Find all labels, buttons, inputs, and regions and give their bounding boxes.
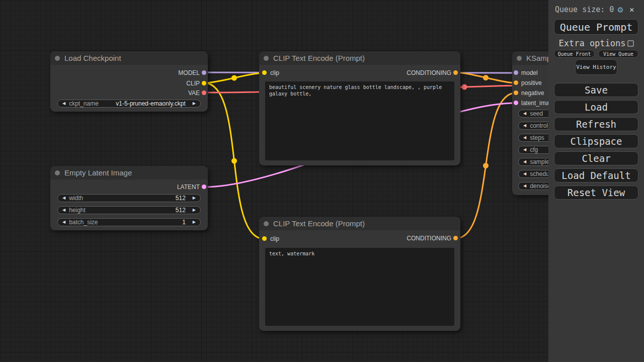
input-dot-negative[interactable]: [514, 90, 518, 95]
queue-size-label: Queue size: 0: [555, 5, 614, 14]
node-clip-text-encode-positive[interactable]: CLIP Text Encode (Prompt) clip CONDITION…: [259, 51, 460, 165]
widget-value: 1: [182, 219, 186, 226]
node-title-bar[interactable]: Load Checkpoint: [50, 51, 208, 65]
widget-label: height: [69, 207, 176, 214]
output-label-clip: CLIP: [186, 80, 200, 87]
arrow-left-icon[interactable]: ◀: [62, 219, 65, 226]
arrow-left-icon[interactable]: ◀: [62, 207, 65, 214]
output-dot-conditioning[interactable]: [453, 70, 458, 75]
extra-options-label: Extra options: [558, 38, 625, 48]
node-title: Empty Latent Image: [64, 168, 132, 177]
arrow-left-icon[interactable]: ◀: [523, 110, 526, 117]
output-dot-conditioning[interactable]: [453, 236, 458, 240]
widget-value: v1-5-pruned-emaonly.ckpt: [116, 100, 186, 107]
node-empty-latent-image[interactable]: Empty Latent Image LATENT ◀ width 512 ▶ …: [50, 166, 208, 230]
node-title: CLIP Text Encode (Prompt): [273, 54, 365, 62]
widget-value: 512: [176, 195, 186, 202]
clip-to-negative-link-midpoint-dot: [231, 158, 237, 164]
input-dot-clip[interactable]: [262, 70, 267, 75]
input-label-model: model: [521, 69, 538, 76]
arrow-right-icon[interactable]: ▶: [193, 207, 196, 214]
ckpt-name-widget[interactable]: ◀ ckpt_name v1-5-pruned-emaonly.ckpt ▶: [57, 100, 201, 108]
arrow-right-icon[interactable]: ▶: [193, 219, 196, 226]
widget-value: 512: [176, 207, 186, 214]
output-dot-latent[interactable]: [202, 185, 206, 189]
widget-label: ckpt_name: [69, 100, 116, 107]
clipspace-button[interactable]: Clipspace: [554, 134, 638, 148]
output-label-conditioning: CONDITIONING: [407, 235, 451, 242]
node-graph-canvas[interactable]: Load Checkpoint MODEL CLIP VAE ◀ ckpt_na…: [0, 0, 644, 362]
positive-conditioning-link-midpoint-dot: [483, 75, 489, 80]
arrow-left-icon[interactable]: ◀: [523, 183, 526, 190]
arrow-left-icon[interactable]: ◀: [523, 134, 526, 141]
prompt-textarea[interactable]: text, watermark: [265, 248, 454, 326]
node-title: Load Checkpoint: [64, 54, 121, 62]
close-icon[interactable]: ✕: [629, 5, 634, 14]
arrow-right-icon[interactable]: ▶: [193, 100, 196, 107]
input-label-negative: negative: [521, 89, 544, 97]
batch-size-widget[interactable]: ◀ batch_size 1 ▶: [57, 218, 201, 226]
height-widget[interactable]: ◀ height 512 ▶: [57, 206, 201, 214]
node-clip-text-encode-negative[interactable]: CLIP Text Encode (Prompt) clip CONDITION…: [259, 217, 460, 331]
width-widget[interactable]: ◀ width 512 ▶: [57, 194, 201, 202]
output-label-latent: LATENT: [177, 184, 200, 191]
extra-options-row: Extra options: [548, 38, 644, 48]
input-dot-positive[interactable]: [514, 80, 518, 85]
collapse-dot[interactable]: [517, 56, 522, 61]
arrow-left-icon[interactable]: ◀: [523, 122, 526, 129]
view-queue-button[interactable]: View Queue: [598, 50, 638, 58]
queue-front-button[interactable]: Queue Front: [554, 50, 595, 58]
input-dot-latent-image[interactable]: [514, 101, 518, 105]
arrow-left-icon[interactable]: ◀: [62, 100, 65, 107]
output-label-vae: VAE: [188, 89, 200, 97]
output-label-model: MODEL: [178, 69, 200, 76]
comfy-menu: Queue size: 0 ⚙ ✕ Queue Prompt Extra opt…: [548, 0, 644, 362]
extra-options-checkbox[interactable]: [627, 40, 634, 47]
output-dot-model[interactable]: [202, 70, 206, 75]
clip-to-positive-link-midpoint-dot: [231, 75, 237, 81]
vae-link-midpoint-dot: [462, 84, 467, 90]
collapse-dot[interactable]: [264, 221, 269, 226]
arrow-left-icon[interactable]: ◀: [62, 195, 65, 202]
input-label-positive: positive: [521, 79, 542, 86]
prompt-textarea[interactable]: beautiful scenery nature glass bottle la…: [265, 81, 454, 160]
queue-size-row: Queue size: 0 ⚙ ✕: [555, 5, 640, 14]
node-load-checkpoint[interactable]: Load Checkpoint MODEL CLIP VAE ◀ ckpt_na…: [50, 51, 208, 112]
collapse-dot[interactable]: [264, 56, 269, 61]
output-dot-vae[interactable]: [202, 90, 206, 95]
save-button[interactable]: Save: [554, 83, 638, 97]
arrow-left-icon[interactable]: ◀: [523, 170, 526, 177]
input-label-clip: clip: [270, 235, 279, 242]
negative-conditioning-link-midpoint-dot: [483, 163, 489, 168]
node-title-bar[interactable]: CLIP Text Encode (Prompt): [259, 217, 460, 230]
reset-view-button[interactable]: Reset View: [554, 186, 638, 200]
collapse-dot[interactable]: [55, 170, 60, 175]
arrow-right-icon[interactable]: ▶: [193, 195, 196, 202]
arrow-left-icon[interactable]: ◀: [523, 146, 526, 153]
collapse-dot[interactable]: [55, 56, 60, 61]
node-title-bar[interactable]: CLIP Text Encode (Prompt): [259, 51, 460, 65]
clear-button[interactable]: Clear: [554, 151, 638, 165]
settings-gear-icon[interactable]: ⚙: [617, 5, 623, 14]
input-dot-model[interactable]: [514, 70, 518, 75]
refresh-button[interactable]: Refresh: [554, 117, 638, 131]
node-title-bar[interactable]: Empty Latent Image: [50, 166, 208, 179]
widget-label: batch_size: [69, 219, 182, 226]
widget-label: width: [69, 195, 176, 202]
output-label-conditioning: CONDITIONING: [407, 69, 451, 76]
input-dot-clip[interactable]: [262, 236, 267, 241]
arrow-left-icon[interactable]: ◀: [523, 158, 526, 165]
view-history-button[interactable]: View History: [575, 59, 617, 75]
output-dot-clip[interactable]: [202, 81, 206, 85]
queue-prompt-button[interactable]: Queue Prompt: [554, 19, 638, 35]
load-default-button[interactable]: Load Default: [554, 168, 638, 183]
load-button[interactable]: Load: [554, 100, 638, 114]
node-title: CLIP Text Encode (Prompt): [273, 219, 365, 228]
input-label-clip: clip: [270, 69, 279, 76]
